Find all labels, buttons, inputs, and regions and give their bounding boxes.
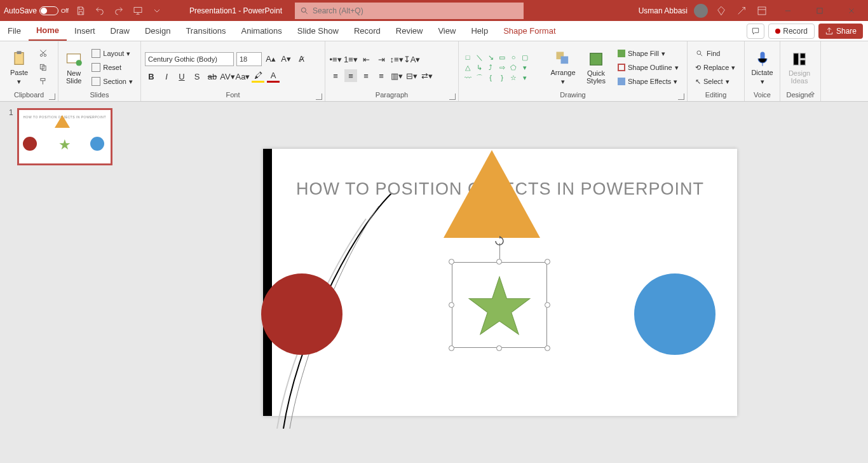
shape-arrow-icon[interactable]: ↘ (485, 53, 496, 62)
clear-formatting-icon[interactable]: A̷ (295, 52, 308, 65)
font-launcher-icon[interactable] (316, 93, 322, 100)
shape-arc-icon[interactable]: ⌒ (474, 73, 484, 82)
text-direction-icon[interactable]: ↧A▾ (405, 53, 418, 66)
collapse-ribbon-icon[interactable] (808, 88, 817, 99)
avatar[interactable] (694, 4, 708, 18)
font-color-icon[interactable]: A (267, 70, 280, 83)
reset-button[interactable]: Reset (88, 61, 137, 74)
arrange-button[interactable]: Arrange▾ (548, 44, 578, 91)
resize-handle-mr[interactable] (545, 302, 550, 308)
qat-more-icon[interactable] (150, 4, 164, 18)
shape-brace-r-icon[interactable]: } (497, 73, 507, 82)
present-icon[interactable] (131, 4, 145, 18)
close-button[interactable] (839, 1, 864, 21)
replace-button[interactable]: ⟲Replace▾ (691, 61, 739, 74)
shape-star-icon[interactable]: ☆ (508, 73, 519, 82)
bullets-icon[interactable]: •≡▾ (329, 53, 342, 66)
shape-gallery[interactable]: □ ＼ ↘ ▭ ○ ▢ △ ↳ ⤴ ⇨ ⬠ ▾ 〰 ⌒ (463, 44, 545, 91)
comments-button[interactable] (747, 24, 764, 39)
resize-handle-br[interactable] (545, 345, 550, 351)
tab-record[interactable]: Record (346, 21, 388, 41)
diamond-icon[interactable] (714, 4, 728, 18)
shape-connector-icon[interactable]: ↳ (474, 63, 484, 72)
shape-textbox-icon[interactable]: □ (463, 53, 473, 62)
shape-gallery-more-icon[interactable]: ▾ (520, 73, 530, 82)
shape-curve-icon[interactable]: 〰 (463, 73, 473, 82)
paragraph-launcher-icon[interactable] (449, 93, 456, 100)
tab-design[interactable]: Design (137, 21, 178, 41)
columns-icon[interactable]: ▥▾ (390, 69, 403, 82)
align-right-icon[interactable]: ≡ (360, 69, 372, 82)
undo-icon[interactable] (93, 4, 107, 18)
tab-transitions[interactable]: Transitions (178, 21, 233, 41)
shape-roundrect-icon[interactable]: ▢ (520, 53, 530, 62)
shape-oval-icon[interactable]: ○ (508, 53, 519, 62)
shape-brace-l-icon[interactable]: { (485, 73, 496, 82)
shape-line-icon[interactable]: ＼ (474, 53, 484, 62)
layout-button[interactable]: Layout▾ (88, 47, 137, 60)
clipboard-launcher-icon[interactable] (49, 93, 55, 100)
align-text-icon[interactable]: ⊟▾ (405, 69, 418, 82)
align-center-icon[interactable]: ≡ (344, 69, 357, 82)
minimize-button[interactable] (775, 1, 801, 21)
smartart-convert-icon[interactable]: ⇄▾ (421, 69, 433, 82)
dictate-button[interactable]: Dictate▾ (749, 44, 776, 91)
autosave-toggle[interactable]: AutoSave Off (4, 6, 69, 15)
resize-handle-bm[interactable] (496, 345, 502, 351)
numbering-icon[interactable]: 1≡▾ (344, 53, 357, 66)
shape-triangle[interactable] (444, 150, 540, 238)
resize-handle-tm[interactable] (496, 259, 502, 265)
tab-shape-format[interactable]: Shape Format (496, 21, 563, 41)
slide-thumbnail-1[interactable]: HOW TO POSITION OBJECTS IN POWERPOINT ★ (17, 108, 112, 165)
font-name-combo[interactable]: Century Gothic (Body) (145, 52, 234, 66)
resize-handle-tl[interactable] (449, 259, 454, 265)
slide-canvas-area[interactable]: HOW TO POSITION OBJECTS IN POWERPOINT (132, 102, 868, 463)
cut-icon[interactable] (37, 47, 50, 60)
shape-chevron-icon[interactable]: ▾ (520, 63, 530, 72)
tab-animations[interactable]: Animations (234, 21, 290, 41)
section-button[interactable]: Section▾ (88, 75, 137, 88)
tab-slideshow[interactable]: Slide Show (290, 21, 346, 41)
tab-insert[interactable]: Insert (67, 21, 103, 41)
change-case-icon[interactable]: Aa▾ (236, 70, 249, 83)
search-input[interactable] (313, 6, 519, 15)
character-spacing-icon[interactable]: AV▾ (221, 70, 234, 83)
decrease-indent-icon[interactable]: ⇤ (360, 53, 372, 66)
shape-arrowblock-icon[interactable]: ⇨ (497, 63, 507, 72)
decrease-font-icon[interactable]: A▾ (280, 52, 292, 65)
quick-styles-button[interactable]: Quick Styles (581, 44, 611, 91)
resize-handle-bl[interactable] (449, 345, 454, 351)
bold-button[interactable]: B (145, 70, 158, 83)
tab-home[interactable]: Home (29, 21, 67, 41)
copy-icon[interactable] (37, 61, 50, 74)
font-size-combo[interactable]: 18 (236, 52, 262, 66)
slide-thumbnail-pane[interactable]: 1 HOW TO POSITION OBJECTS IN POWERPOINT … (0, 102, 132, 463)
select-button[interactable]: ↖Select▾ (691, 75, 739, 88)
strikethrough-button[interactable]: ab (206, 70, 219, 83)
line-spacing-icon[interactable]: ↕≡▾ (390, 53, 403, 66)
align-left-icon[interactable]: ≡ (329, 69, 342, 82)
rotation-handle-icon[interactable] (494, 235, 505, 247)
increase-font-icon[interactable]: A▴ (264, 52, 277, 65)
tab-view[interactable]: View (430, 21, 463, 41)
shape-effects-button[interactable]: Shape Effects▾ (614, 75, 682, 88)
shape-circle-blue[interactable] (634, 273, 715, 355)
shape-circle-red[interactable] (261, 273, 342, 355)
shape-star-selected[interactable] (452, 262, 547, 348)
maximize-button[interactable] (807, 1, 832, 21)
resize-handle-tr[interactable] (545, 259, 550, 265)
new-slide-button[interactable]: New Slide (62, 44, 85, 91)
share-button[interactable]: Share (818, 24, 863, 39)
record-button[interactable]: Record (768, 24, 815, 39)
search-box[interactable] (295, 3, 524, 19)
shape-outline-button[interactable]: Shape Outline▾ (614, 61, 682, 74)
tab-review[interactable]: Review (388, 21, 431, 41)
tab-draw[interactable]: Draw (103, 21, 137, 41)
username-label[interactable]: Usman Abbasi (639, 6, 688, 15)
wand-icon[interactable] (735, 4, 749, 18)
paste-button[interactable]: Paste ▾ (4, 44, 34, 91)
shape-elbow-icon[interactable]: ⤴ (485, 63, 496, 72)
tab-help[interactable]: Help (463, 21, 496, 41)
drawing-launcher-icon[interactable] (678, 93, 684, 100)
autosave-switch-icon[interactable] (39, 6, 58, 15)
